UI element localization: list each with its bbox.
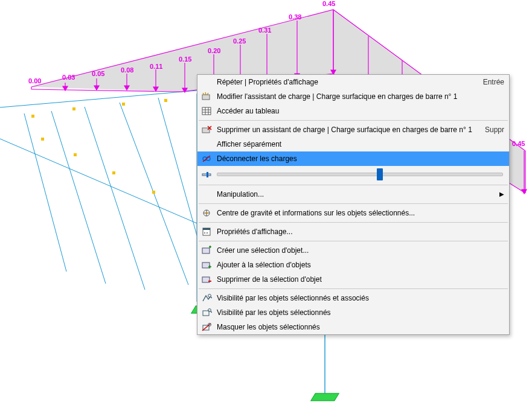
blank-icon: [200, 76, 213, 88]
slider-icon: [200, 168, 213, 180]
context-menu-item-label: Propriétés d'affichage...: [217, 224, 504, 239]
context-menu-separator: [199, 185, 508, 185]
table-icon: [200, 105, 213, 117]
context-menu-item[interactable]: Afficher séparément: [197, 137, 509, 151]
context-menu-item[interactable]: Déconnecter les charges: [197, 151, 509, 166]
slider-track[interactable]: [217, 173, 503, 176]
context-menu-item[interactable]: Supprimer un assistant de charge | Charg…: [197, 122, 509, 137]
context-menu-item-label: Ajouter à la sélection d'objets: [217, 258, 504, 272]
vis-assoc-icon: [200, 292, 213, 304]
svg-line-1: [0, 139, 197, 223]
context-menu-item[interactable]: Visibilité par les objets sélectionnés: [197, 305, 509, 320]
context-menu-item-label: Déconnecter les charges: [217, 151, 504, 166]
context-menu-item-label: Créer une sélection d'objet...: [217, 243, 504, 258]
vis-sel-icon: [200, 307, 213, 319]
svg-line-4: [85, 107, 145, 290]
context-menu-separator: [199, 203, 508, 204]
context-menu-item-label: Afficher séparément: [217, 137, 504, 151]
context-menu-item-accel: Suppr: [475, 122, 504, 137]
vis-hide-icon: [200, 321, 213, 333]
svg-rect-14: [72, 107, 75, 110]
svg-line-0: [0, 91, 197, 107]
context-menu-item-label: Modifier l'assistant de charge | Charge …: [217, 89, 504, 104]
svg-rect-13: [152, 191, 155, 194]
context-menu: Répéter | Propriétés d'affichageEntréeMo…: [197, 74, 510, 335]
context-menu-item-label: Supprimer de la sélection d'objet: [217, 272, 504, 287]
context-menu-item-label: Répéter | Propriétés d'affichage: [217, 75, 473, 89]
context-menu-item[interactable]: Supprimer de la sélection d'objet: [197, 272, 509, 287]
context-menu-item[interactable]: Modifier l'assistant de charge | Charge …: [197, 89, 509, 104]
submenu-arrow-icon: ▶: [490, 187, 504, 202]
context-menu-item-label: Supprimer un assistant de charge | Charg…: [217, 122, 475, 137]
blank-icon: [200, 188, 213, 200]
context-menu-item[interactable]: Visibilité par les objets sélectionnés e…: [197, 291, 509, 305]
context-menu-item-accel: Entrée: [473, 75, 504, 89]
sel-create-icon: [200, 244, 213, 256]
context-menu-item[interactable]: Masquer les objets sélectionnés: [197, 320, 509, 334]
sel-add-icon: [200, 259, 213, 271]
context-menu-item-label: Manipulation...: [217, 187, 490, 202]
context-menu-slider[interactable]: [197, 166, 509, 183]
cg-icon: [200, 207, 213, 219]
slider-thumb[interactable]: [377, 168, 383, 180]
blank-icon: [200, 138, 213, 150]
context-menu-item-label: Centre de gravité et informations sur le…: [217, 206, 504, 220]
context-menu-separator: [199, 241, 508, 241]
context-menu-item[interactable]: Centre de gravité et informations sur le…: [197, 206, 509, 220]
context-menu-item-label: Masquer les objets sélectionnés: [217, 320, 504, 334]
delete-wizard-icon: [200, 124, 213, 136]
svg-rect-12: [112, 171, 115, 174]
svg-line-3: [51, 111, 106, 284]
context-menu-separator: [199, 222, 508, 223]
support-symbol: [310, 393, 339, 401]
svg-rect-15: [122, 103, 125, 106]
disconnect-icon: [200, 153, 213, 165]
svg-rect-17: [31, 115, 34, 118]
context-menu-item-label: Visibilité par les objets sélectionnés: [217, 305, 504, 320]
context-menu-item[interactable]: Ajouter à la sélection d'objets: [197, 258, 509, 272]
props-icon: [200, 226, 213, 238]
context-menu-item-label: Accéder au tableau: [217, 104, 504, 118]
context-menu-item[interactable]: Accéder au tableau: [197, 104, 509, 118]
context-menu-item[interactable]: Propriétés d'affichage...: [197, 224, 509, 239]
context-menu-separator: [199, 120, 508, 121]
context-menu-item[interactable]: Répéter | Propriétés d'affichageEntrée: [197, 75, 509, 89]
wizard-icon: [200, 91, 213, 103]
svg-rect-16: [164, 99, 167, 102]
sel-remove-icon: [200, 273, 213, 285]
context-menu-item-label: Visibilité par les objets sélectionnés e…: [217, 291, 504, 305]
svg-rect-11: [74, 153, 77, 156]
svg-rect-10: [41, 138, 44, 141]
svg-line-2: [24, 113, 66, 272]
context-menu-item[interactable]: Manipulation...▶: [197, 187, 509, 202]
context-menu-separator: [199, 288, 508, 289]
context-menu-item[interactable]: Créer une sélection d'objet...: [197, 243, 509, 258]
